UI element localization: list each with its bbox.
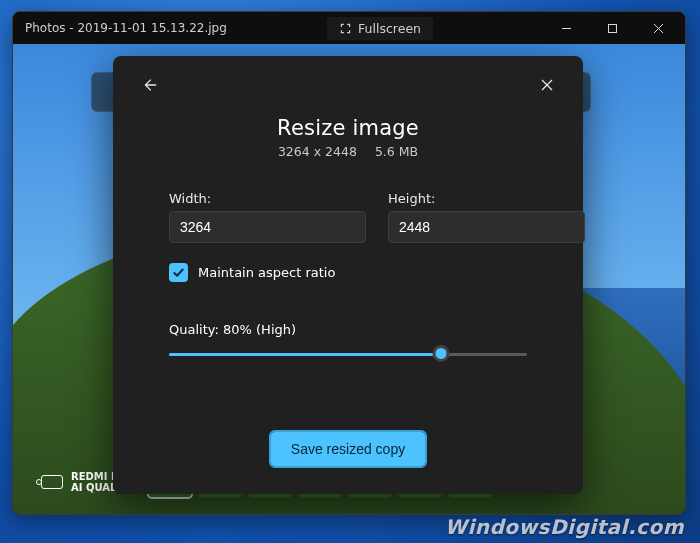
quality-slider[interactable] <box>169 347 527 363</box>
check-icon <box>172 266 185 279</box>
fullscreen-button[interactable]: Fullscreen <box>327 17 433 40</box>
window-title: Photos - 2019-11-01 15.13.22.jpg <box>25 21 327 35</box>
height-input[interactable] <box>388 211 585 243</box>
maximize-button[interactable] <box>589 12 635 44</box>
window-controls <box>543 12 681 44</box>
close-icon <box>653 23 664 34</box>
resize-dialog: Resize image 3264 x 2448 5.6 MB Width: H… <box>113 56 583 494</box>
height-label: Height: <box>388 191 585 206</box>
slider-thumb[interactable] <box>433 345 450 362</box>
arrow-left-icon <box>140 76 158 94</box>
camera-icon <box>41 475 63 489</box>
photos-app-window: Photos - 2019-11-01 15.13.22.jpg Fullscr… <box>12 11 686 515</box>
width-input[interactable] <box>169 211 366 243</box>
dialog-title: Resize image <box>135 116 561 140</box>
slider-fill <box>169 353 441 356</box>
fullscreen-icon <box>339 22 352 35</box>
close-window-button[interactable] <box>635 12 681 44</box>
photo-viewport: REDMI NOT AI QUAD CA <box>13 44 685 514</box>
svg-rect-1 <box>608 24 616 32</box>
original-dimensions: 3264 x 2448 <box>278 144 357 159</box>
titlebar: Photos - 2019-11-01 15.13.22.jpg Fullscr… <box>13 12 685 44</box>
maximize-icon <box>607 23 618 34</box>
back-button[interactable] <box>135 71 163 99</box>
minimize-icon <box>561 23 572 34</box>
save-resized-copy-button[interactable]: Save resized copy <box>271 432 425 466</box>
quality-label: Quality: 80% (High) <box>169 322 527 337</box>
close-icon <box>540 78 554 92</box>
dialog-subtitle: 3264 x 2448 5.6 MB <box>135 144 561 159</box>
watermark: WindowsDigital.com <box>445 515 684 539</box>
fullscreen-label: Fullscreen <box>358 21 421 36</box>
file-size: 5.6 MB <box>375 144 418 159</box>
aspect-ratio-checkbox[interactable] <box>169 263 188 282</box>
close-dialog-button[interactable] <box>533 71 561 99</box>
width-label: Width: <box>169 191 366 206</box>
aspect-ratio-label: Maintain aspect ratio <box>198 265 335 280</box>
minimize-button[interactable] <box>543 12 589 44</box>
